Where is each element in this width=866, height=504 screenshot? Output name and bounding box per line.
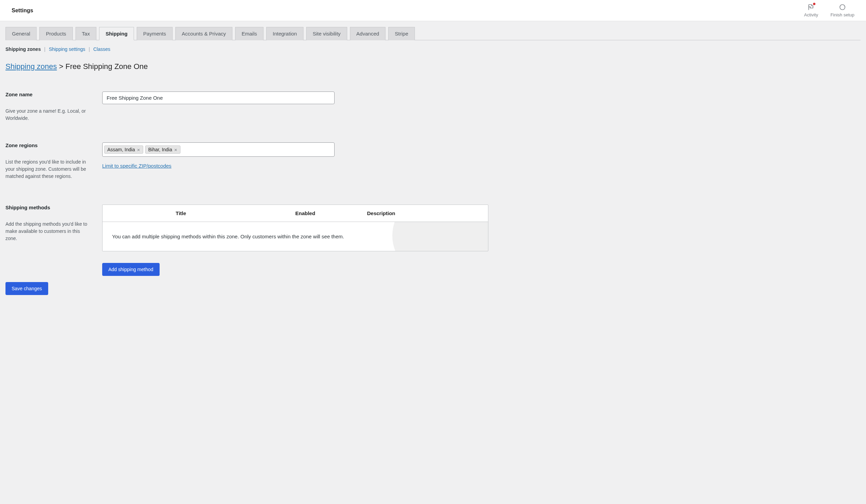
- column-enabled: Enabled: [247, 210, 336, 216]
- zone-name-input[interactable]: [102, 92, 335, 104]
- zone-regions-section: Zone regions List the regions you'd like…: [5, 142, 861, 180]
- column-description: Description: [336, 210, 480, 216]
- methods-empty-state: You can add multiple shipping methods wi…: [102, 222, 488, 251]
- limit-zip-link[interactable]: Limit to specific ZIP/postcodes: [102, 163, 171, 169]
- tab-products[interactable]: Products: [39, 27, 73, 40]
- shipping-watermark-icon: [372, 222, 488, 251]
- remove-tag-icon[interactable]: ×: [137, 147, 140, 152]
- tab-stripe[interactable]: Stripe: [388, 27, 414, 40]
- zone-name-section: Zone name Give your zone a name! E.g. Lo…: [5, 92, 861, 122]
- zone-regions-label-col: Zone regions List the regions you'd like…: [5, 142, 102, 180]
- topbar-actions: Activity Finish setup: [804, 4, 854, 18]
- shipping-methods-content: Title Enabled Description You can add mu…: [102, 205, 861, 276]
- tab-site-visibility[interactable]: Site visibility: [306, 27, 347, 40]
- methods-empty-message: You can add multiple shipping methods wi…: [112, 233, 344, 239]
- zone-regions-input-col: Assam, India × Bihar, India × Limit to s…: [102, 142, 335, 180]
- shipping-methods-table: Title Enabled Description You can add mu…: [102, 205, 488, 251]
- flag-icon: [808, 4, 814, 12]
- region-tag: Bihar, India ×: [145, 146, 180, 154]
- circle-icon: [839, 4, 846, 12]
- activity-button[interactable]: Activity: [804, 4, 818, 18]
- region-tag-label: Bihar, India: [148, 147, 172, 152]
- content-area: General Products Tax Shipping Payments A…: [0, 21, 866, 300]
- zone-name-label: Zone name: [5, 92, 102, 97]
- region-tag-label: Assam, India: [107, 147, 135, 152]
- tab-payments[interactable]: Payments: [137, 27, 173, 40]
- subtab-separator: |: [89, 46, 90, 52]
- breadcrumb: Shipping zones > Free Shipping Zone One: [5, 62, 861, 71]
- column-title: Title: [111, 210, 247, 216]
- remove-tag-icon[interactable]: ×: [174, 147, 177, 152]
- finish-setup-label: Finish setup: [831, 12, 854, 18]
- finish-setup-button[interactable]: Finish setup: [831, 4, 854, 18]
- shipping-methods-section: Shipping methods Add the shipping method…: [5, 205, 861, 276]
- region-tag: Assam, India ×: [104, 146, 143, 154]
- svg-point-2: [440, 222, 488, 251]
- subtab-shipping-zones[interactable]: Shipping zones: [5, 46, 41, 52]
- zone-name-description: Give your zone a name! E.g. Local, or Wo…: [5, 107, 89, 122]
- methods-table-header: Title Enabled Description: [102, 205, 488, 222]
- zone-regions-input[interactable]: Assam, India × Bihar, India ×: [102, 142, 335, 157]
- shipping-subtabs: Shipping zones | Shipping settings | Cla…: [5, 46, 861, 52]
- zone-name-input-col: [102, 92, 335, 122]
- zone-regions-description: List the regions you'd like to include i…: [5, 158, 89, 180]
- shipping-methods-label: Shipping methods: [5, 205, 102, 210]
- activity-label: Activity: [804, 12, 818, 18]
- tab-integration[interactable]: Integration: [266, 27, 303, 40]
- tab-tax[interactable]: Tax: [76, 27, 96, 40]
- tab-shipping[interactable]: Shipping: [99, 27, 134, 40]
- breadcrumb-shipping-zones-link[interactable]: Shipping zones: [5, 62, 57, 71]
- shipping-methods-label-col: Shipping methods Add the shipping method…: [5, 205, 102, 276]
- tab-accounts-privacy[interactable]: Accounts & Privacy: [175, 27, 232, 40]
- zone-name-label-col: Zone name Give your zone a name! E.g. Lo…: [5, 92, 102, 122]
- svg-point-0: [840, 4, 845, 10]
- settings-tabs: General Products Tax Shipping Payments A…: [5, 27, 861, 40]
- zone-regions-label: Zone regions: [5, 142, 102, 148]
- subtab-shipping-settings[interactable]: Shipping settings: [49, 46, 86, 52]
- top-bar: Settings Activity Finish setup: [0, 0, 866, 21]
- tab-general[interactable]: General: [5, 27, 36, 40]
- tab-emails[interactable]: Emails: [235, 27, 264, 40]
- page-title: Settings: [12, 8, 33, 14]
- breadcrumb-separator: >: [59, 62, 64, 71]
- subtab-classes[interactable]: Classes: [93, 46, 110, 52]
- tab-advanced[interactable]: Advanced: [350, 27, 386, 40]
- save-changes-button[interactable]: Save changes: [5, 282, 48, 295]
- subtab-separator: |: [44, 46, 45, 52]
- shipping-methods-description: Add the shipping methods you'd like to m…: [5, 220, 89, 242]
- breadcrumb-current: Free Shipping Zone One: [66, 62, 148, 71]
- add-shipping-method-button[interactable]: Add shipping method: [102, 263, 159, 276]
